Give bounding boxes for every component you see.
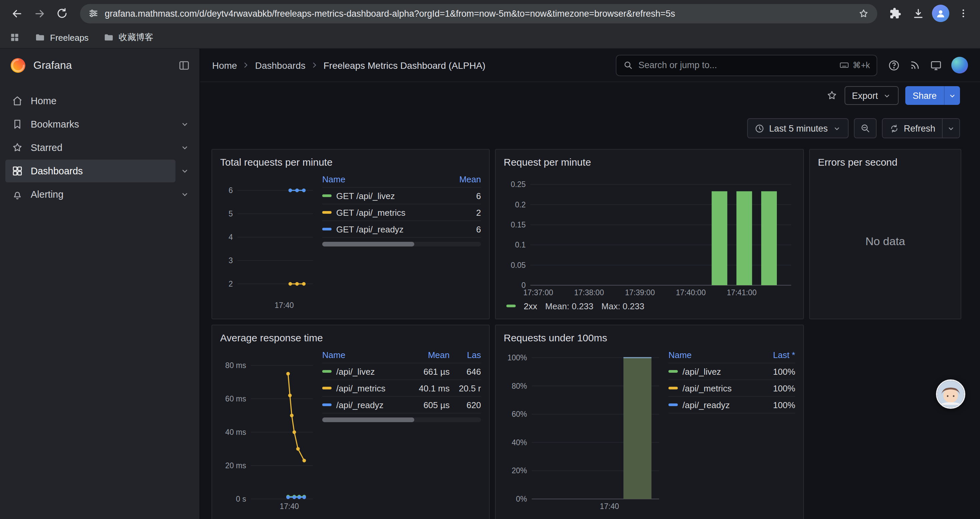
refresh-interval-button[interactable] [942,119,959,137]
legend-series-name[interactable]: GET /api/_livez [336,191,438,201]
bookmark-star-icon[interactable] [858,8,869,19]
legend-row[interactable]: /api/_livez 100% [668,363,795,380]
horizontal-scrollbar[interactable] [322,417,481,422]
browser-toolbar: grafana.mathmast.com/d/deytv4rwavabkb/fr… [0,0,980,27]
help-icon[interactable] [888,59,900,71]
url-text[interactable]: grafana.mathmast.com/d/deytv4rwavabkb/fr… [105,8,852,18]
panel-title[interactable]: Errors per second [818,155,953,170]
floating-assistant-avatar[interactable] [936,379,965,409]
breadcrumb-home[interactable]: Home [212,60,237,70]
refresh-label: Refresh [904,123,935,133]
legend-header-last[interactable]: Last * [757,350,795,360]
profile-button[interactable] [931,3,951,23]
site-settings-icon[interactable] [88,8,99,19]
svg-text:20 ms: 20 ms [225,461,246,470]
legend-header-row: Name Mean Las [322,347,481,363]
back-button[interactable] [7,3,27,23]
downloads-button[interactable] [908,3,928,23]
share-button[interactable]: Share [905,86,944,105]
sidebar-item-dashboards: Dashboards [5,160,194,182]
bookmark-folder-blogs[interactable]: 收藏博客 [103,31,153,43]
apps-grid-icon[interactable] [10,32,20,43]
legend-series-name[interactable]: 2xx [524,301,537,311]
legend-series-name[interactable]: /api/_readyz [336,400,402,410]
chevron-down-icon[interactable] [175,113,194,136]
shortcut-text: ⌘+k [853,60,870,70]
panel-title[interactable]: Average response time [220,331,481,345]
scrollbar-thumb[interactable] [322,242,414,246]
horizontal-scrollbar[interactable] [322,242,481,246]
legend-header-mean[interactable]: Mean [442,174,481,184]
reload-button[interactable] [52,3,72,23]
time-range-label: Last 5 minutes [769,123,828,133]
panel-title[interactable]: Requests under 100ms [504,331,795,345]
legend-row[interactable]: /api/_readyz 605 µs 620 [322,397,481,414]
requests-under-100ms-chart: 100%80%60%40%20%0%17:40 [504,347,663,512]
legend-header-mean[interactable]: Mean [407,350,450,360]
legend-row[interactable]: /api/_livez 661 µs 646 [322,363,481,380]
bookmark-folder-freeleaps[interactable]: Freeleaps [35,32,89,43]
time-controls: Last 5 minutes Refresh [212,118,960,138]
news-rss-icon[interactable] [909,59,921,71]
extensions-button[interactable] [885,3,905,23]
panel-title[interactable]: Total requests per minute [220,155,481,170]
chevron-right-icon [242,61,250,69]
breadcrumb-dashboards[interactable]: Dashboards [255,60,305,70]
legend-header-name[interactable]: Name [322,174,438,184]
scrollbar-thumb[interactable] [322,417,414,422]
refresh-button[interactable]: Refresh [882,119,942,137]
legend-header-last[interactable]: Las [454,350,481,360]
legend-series-name[interactable]: GET /api/_readyz [336,224,438,234]
zoom-out-button[interactable] [854,118,876,138]
legend-series-last: 100% [757,366,795,376]
svg-text:17:40:00: 17:40:00 [676,288,706,297]
legend-row[interactable]: GET /api/_readyz 6 [322,221,481,238]
legend-row[interactable]: GET /api/_metrics 2 [322,204,481,221]
search-input[interactable] [638,60,834,70]
forward-button[interactable] [29,3,49,23]
export-button[interactable]: Export [845,86,899,105]
legend-series-name[interactable]: GET /api/_metrics [336,208,438,217]
panel-title[interactable]: Request per minute [504,155,795,170]
bookmark-icon [11,118,23,130]
sidebar-link-home[interactable]: Home [5,89,194,112]
monitor-icon[interactable] [930,59,942,71]
legend-row[interactable]: /api/_metrics 40.1 ms 20.5 r [322,380,481,397]
legend-row[interactable]: GET /api/_livez 6 [322,188,481,204]
panel-requests-under-100ms: Requests under 100ms 100%80%60%40%20%0%1… [495,325,804,519]
chevron-down-icon[interactable] [175,136,194,159]
legend-header-name[interactable]: Name [322,350,402,360]
dashboard-actions: Export Share [212,86,960,105]
legend-header-name[interactable]: Name [668,350,752,360]
address-bar[interactable]: grafana.mathmast.com/d/deytv4rwavabkb/fr… [80,4,877,23]
star-icon [826,89,838,102]
requests-under-100ms-legend: Name Last * /api/_livez 100% [668,347,795,519]
share-menu-button[interactable] [944,86,960,105]
sidebar-link-alerting[interactable]: Alerting [5,183,175,206]
favorite-dashboard-button[interactable] [826,89,838,102]
chevron-down-icon [948,91,957,100]
legend-series-name[interactable]: /api/_readyz [682,400,752,410]
browser-menu-button[interactable] [953,3,973,23]
svg-text:0.2: 0.2 [515,200,526,209]
screen: grafana.mathmast.com/d/deytv4rwavabkb/fr… [0,0,980,519]
legend-series-name[interactable]: /api/_livez [336,366,402,376]
chevron-down-icon[interactable] [175,183,194,206]
mega-menu-toggle[interactable] [178,59,190,72]
chevron-down-icon[interactable] [175,160,194,182]
legend-series-mean: 661 µs [407,366,450,376]
svg-text:0.1: 0.1 [515,241,526,249]
series-color-swatch [668,370,678,373]
legend-series-name[interactable]: /api/_livez [682,366,752,376]
legend-row[interactable]: /api/_metrics 100% [668,380,795,397]
legend-series-name[interactable]: /api/_metrics [682,383,752,393]
legend-row[interactable]: /api/_readyz 100% [668,397,795,414]
sidebar-link-starred[interactable]: Starred [5,136,175,159]
sidebar-link-bookmarks[interactable]: Bookmarks [5,113,175,136]
request-per-minute-legend[interactable]: 2xx Mean: 0.233 Max: 0.233 [504,299,795,313]
time-range-picker[interactable]: Last 5 minutes [747,118,849,138]
sidebar-link-dashboards[interactable]: Dashboards [5,160,175,182]
search-box[interactable]: ⌘+k [616,54,877,76]
user-avatar[interactable] [951,57,968,73]
legend-series-name[interactable]: /api/_metrics [336,383,402,393]
